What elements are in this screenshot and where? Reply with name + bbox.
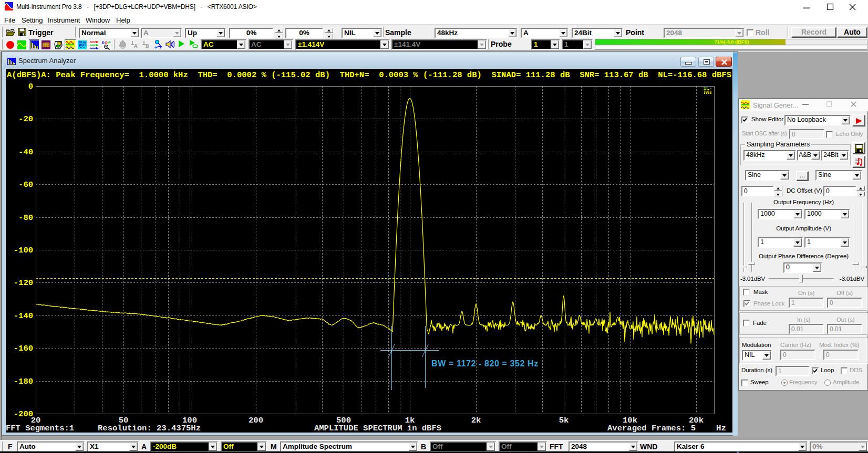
svg-text:A(dBFS)A: Peak Frequency= 1.0: A(dBFS)A: Peak Frequency= 1.0000 kHz THD… <box>7 70 731 80</box>
svg-text:888: 888 <box>42 42 50 49</box>
svg-text:A: A <box>134 43 138 49</box>
svg-text:-180: -180 <box>14 377 33 386</box>
svg-text:0: 0 <box>28 82 33 91</box>
svg-text:AMPLITUDE SPECTRUM in dBFS: AMPLITUDE SPECTRUM in dBFS <box>314 424 441 433</box>
svg-text:P: P <box>108 40 111 45</box>
svg-text:B: B <box>146 43 149 49</box>
svg-text:-80: -80 <box>18 213 33 223</box>
svg-text:-140: -140 <box>14 311 33 321</box>
svg-text:-60: -60 <box>18 180 33 189</box>
svg-text:5k: 5k <box>559 416 569 425</box>
svg-text:Hz: Hz <box>716 424 726 433</box>
svg-text:Resolution: 23.4375Hz: Resolution: 23.4375Hz <box>98 424 201 433</box>
svg-text:FFT Segments:1: FFT Segments:1 <box>6 424 74 433</box>
svg-text:-120: -120 <box>14 278 33 288</box>
svg-text:-20: -20 <box>18 114 33 124</box>
svg-text:-200: -200 <box>14 409 33 419</box>
svg-text:D: D <box>105 40 108 45</box>
svg-text:BW = 1172 - 820 = 352 Hz: BW = 1172 - 820 = 352 Hz <box>431 359 539 368</box>
svg-text:D: D <box>102 40 105 45</box>
svg-text:Averaged Frames: 5: Averaged Frames: 5 <box>607 424 696 433</box>
svg-text:-160: -160 <box>14 344 33 353</box>
svg-text:200: 200 <box>249 416 263 425</box>
svg-text:-40: -40 <box>18 148 33 157</box>
svg-text:-100: -100 <box>14 246 33 255</box>
svg-text:2k: 2k <box>471 416 481 425</box>
